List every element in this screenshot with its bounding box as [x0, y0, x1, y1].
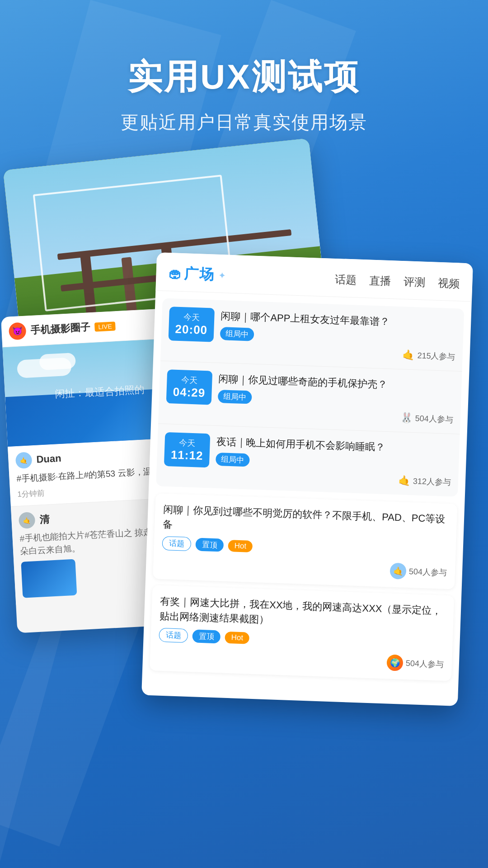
post-2-username: 清	[39, 512, 50, 526]
time-box-3: 今天 11:12	[164, 432, 211, 467]
participant-icon-2: 🐰	[400, 412, 413, 424]
single-topic-1: 闲聊｜你见到过哪些不明觉厉的软件？不限手机、PAD、PC等设备 话题 置顶 Ho…	[153, 493, 457, 589]
tag-top-1: 置顶	[195, 538, 224, 552]
feed-avatar: 😈	[9, 322, 27, 340]
time-label-2: 今天	[172, 374, 207, 386]
main-card: 🏟广场 ✦ 话题 直播 评测 视频 今天 20:00 闲聊｜哪个APP上租女友过…	[141, 252, 473, 706]
cards-area: 😈 手机摄影圈子 LIVE 闲扯：最适合拍照的 🤙 Duan #手机摄影·在路上…	[0, 154, 488, 868]
topic-title-1: 闲聊｜哪个APP上租女友过年最靠谱？	[221, 308, 457, 331]
post-2-avatar: 🤙	[19, 512, 36, 529]
tag-hot-2: Hot	[225, 631, 249, 644]
topic-title-2: 闲聊｜你见过哪些奇葩的手机保护壳？	[218, 371, 455, 394]
topic-badge-1: 组局中	[220, 327, 254, 341]
time-box-2: 今天 04:29	[166, 369, 213, 405]
time-label-3: 今天	[170, 437, 205, 449]
topic-title-3: 夜话｜晚上如何用手机不会影响睡眠？	[216, 434, 452, 457]
main-card-header: 🏟广场 ✦ 话题 直播 评测 视频	[155, 252, 473, 302]
participant-icon-1: 🤙	[402, 349, 415, 361]
participants-count-s2: 504人参与	[405, 658, 444, 670]
single-topic-2: 有奖｜网速大比拼，我在XX地，我的网速高达XXX（显示定位，贴出网络测速结果截图…	[150, 585, 454, 681]
topic-content-1: 闲聊｜哪个APP上租女友过年最靠谱？ 组局中 🤙 215人参与	[220, 308, 457, 363]
participants-avatar-1: 🤙	[389, 563, 406, 580]
participant-count-1: 215人参与	[417, 350, 455, 362]
topic-participants-2: 🐰 504人参与	[217, 406, 454, 425]
header-section: 实用UX测试项 更贴近用户日常真实使用场景	[0, 0, 488, 162]
topic-content-2: 闲聊｜你见过哪些奇葩的手机保护壳？ 组局中 🐰 504人参与	[217, 371, 455, 425]
logo-sparkle: ✦	[218, 270, 226, 281]
time-label-1: 今天	[174, 311, 209, 324]
participant-count-3: 312人参与	[413, 476, 451, 488]
participants-avatar-2: 🌍	[386, 654, 403, 671]
topic-row-1: 今天 20:00 闲聊｜哪个APP上租女友过年最靠谱？ 组局中 🤙 215人参与	[160, 298, 464, 372]
tag-top-2: 置顶	[192, 629, 221, 643]
nav-tab-topics[interactable]: 话题	[335, 272, 357, 288]
topic-badge-2: 组局中	[218, 390, 252, 404]
time-value-1: 20:00	[174, 322, 209, 338]
nav-tabs: 话题 直播 评测 视频	[335, 272, 460, 291]
topic-content-3: 夜话｜晚上如何用手机不会影响睡眠？ 组局中 🤙 312人参与	[215, 434, 452, 488]
time-value-3: 11:12	[169, 448, 204, 463]
participant-count-2: 504人参与	[415, 413, 453, 425]
topic-row-2: 今天 04:29 闲聊｜你见过哪些奇葩的手机保护壳？ 组局中 🐰 504人参与	[158, 361, 462, 434]
topic-participants-1: 🤙 215人参与	[220, 343, 456, 363]
app-logo: 🏟广场 ✦	[169, 264, 226, 285]
nav-tab-video[interactable]: 视频	[438, 276, 460, 291]
topic-participants-3: 🤙 312人参与	[215, 468, 451, 488]
tag-topic-1: 话题	[162, 536, 191, 551]
logo-text: 🏟广场	[169, 264, 215, 285]
topic-group: 今天 20:00 闲聊｜哪个APP上租女友过年最靠谱？ 组局中 🤙 215人参与…	[156, 298, 464, 497]
sub-title: 更贴近用户日常真实使用场景	[0, 110, 488, 135]
post-2-image	[21, 559, 77, 598]
nav-tab-review[interactable]: 评测	[404, 274, 426, 290]
feed-title: 手机摄影圈子	[30, 321, 90, 337]
feed-live-badge: LIVE	[94, 321, 116, 331]
tag-hot-1: Hot	[228, 539, 253, 552]
single-topic-title-1: 闲聊｜你见到过哪些不明觉厉的软件？不限手机、PAD、PC等设备	[163, 502, 449, 542]
tag-topic-2: 话题	[159, 628, 188, 643]
single-topic-title-2: 有奖｜网速大比拼，我在XX地，我的网速高达XXX（显示定位，贴出网络测速结果截图…	[160, 594, 446, 633]
participant-icon-3: 🤙	[398, 475, 411, 487]
topic-badge-3: 组局中	[216, 453, 250, 467]
post-1-avatar: 🤙	[15, 452, 33, 469]
post-1-username: Duan	[36, 453, 61, 466]
time-box-1: 今天 20:00	[169, 307, 215, 342]
nav-tab-live[interactable]: 直播	[369, 274, 391, 289]
main-title: 实用UX测试项	[0, 54, 488, 101]
participants-count-s1: 504人参与	[409, 566, 447, 578]
topic-row-3: 今天 11:12 夜话｜晚上如何用手机不会影响睡眠？ 组局中 🤙 312人参与	[156, 424, 460, 496]
time-value-2: 04:29	[172, 385, 206, 400]
